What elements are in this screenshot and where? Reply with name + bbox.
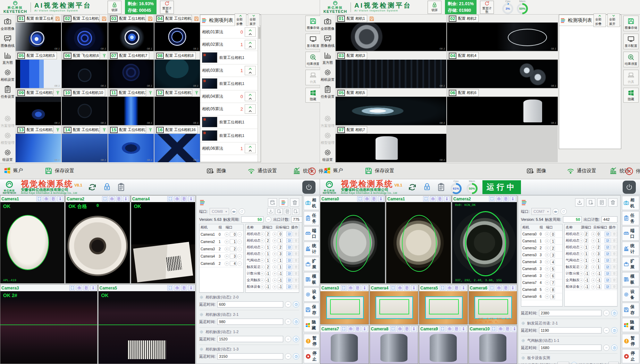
inc-button[interactable]: + xyxy=(225,232,229,237)
snapshot-icon-button[interactable] xyxy=(447,285,453,291)
add-doc-button[interactable] xyxy=(586,198,595,207)
inc-button[interactable]: + xyxy=(545,267,549,271)
inc-button[interactable]: + xyxy=(545,253,549,257)
expand-icon-button[interactable] xyxy=(36,196,42,201)
expand-icon-button[interactable] xyxy=(491,326,497,331)
delete-button[interactable] xyxy=(611,284,617,289)
camera-image[interactable]: 08.1 xyxy=(62,97,107,125)
delete-button[interactable] xyxy=(611,251,617,256)
expand-icon-button[interactable] xyxy=(440,285,446,291)
sidebar-item-image-curve[interactable]: 图像曲线 xyxy=(0,34,15,48)
inc-button[interactable]: + xyxy=(260,285,264,289)
edit-button[interactable] xyxy=(605,265,610,269)
camera-image[interactable]: 08.1 xyxy=(336,97,446,125)
configure-camera-button[interactable]: 03配置 相机3 xyxy=(336,52,367,59)
info-button[interactable] xyxy=(611,327,617,333)
save-settings-button[interactable]: 保存设置 xyxy=(364,167,394,175)
inc-button[interactable]: + xyxy=(545,294,549,299)
field-value-input[interactable]: 1520 xyxy=(217,336,283,342)
inc-button[interactable]: + xyxy=(272,232,277,236)
camera-image[interactable]: 08.1 xyxy=(154,97,200,125)
sidebar-item-plan-manage[interactable]: 方案管理 xyxy=(0,114,15,128)
inc-button[interactable]: + xyxy=(272,278,277,283)
camera-image[interactable]: OK APL.419 xyxy=(0,202,64,283)
configure-camera-button[interactable]: 15配置 工位6相机15 xyxy=(109,126,146,133)
configure-camera-button[interactable]: 09配置 工位4相机9 xyxy=(16,89,53,96)
field-value-input[interactable]: 1680 xyxy=(539,345,601,351)
sidebar-item-model-manage[interactable]: 模型管理 xyxy=(320,131,335,145)
dec-button[interactable]: − xyxy=(237,261,242,266)
expand-collapse-button[interactable] xyxy=(245,92,256,101)
detection-thumb-item[interactable]: 前置工位相机1 xyxy=(200,77,258,90)
inc-button[interactable]: + xyxy=(225,261,229,266)
image-button[interactable]: 图像 xyxy=(206,167,226,175)
camera-image[interactable]: 08.1 xyxy=(62,60,107,88)
inc-button[interactable]: + xyxy=(272,285,277,289)
configure-camera-button[interactable]: 02配置 相机2 xyxy=(448,15,479,22)
list-icon-button[interactable] xyxy=(83,285,89,291)
port-refresh-button[interactable] xyxy=(561,208,567,215)
snapshot-icon-button[interactable] xyxy=(447,326,453,331)
port-toggle-button[interactable]: ◂▸ xyxy=(553,208,559,215)
snapshot-icon-button[interactable] xyxy=(498,326,504,331)
expand-icon-button[interactable] xyxy=(69,285,75,291)
display-config-button[interactable]: 显示配置 xyxy=(305,34,321,49)
detection-thumb-item[interactable]: 前置工位相机1 xyxy=(200,115,258,129)
camera-image[interactable]: 0x0: KCN_OK 337, 292, 2.40, 3.80, 151 xyxy=(452,202,517,283)
dec-button[interactable]: − xyxy=(237,240,242,244)
snapshot-icon-button[interactable] xyxy=(496,285,502,291)
camera-image[interactable]: 08.1 xyxy=(447,60,558,88)
camera-image[interactable]: 08.1 xyxy=(16,23,61,51)
configure-camera-button[interactable]: 10配置 工位4相机10 xyxy=(62,89,105,96)
inc-button[interactable]: + xyxy=(545,232,549,236)
configure-camera-button[interactable]: 02配置 工位1相机2 xyxy=(62,15,99,22)
edit-button[interactable] xyxy=(286,232,292,236)
configure-camera-button[interactable]: 01配置 前置工位相机1 xyxy=(16,15,53,22)
sidebar-item-all-images[interactable]: 全部图像 xyxy=(320,17,335,31)
delete-button[interactable] xyxy=(611,245,617,250)
stop-button[interactable]: 停止 xyxy=(622,349,639,363)
inc-button[interactable]: + xyxy=(579,239,583,243)
adjust-icon-button[interactable] xyxy=(510,196,516,201)
sidebar-item-plan-manage[interactable]: 方案管理 xyxy=(320,114,335,128)
detection-item[interactable]: 相机02算法 1 xyxy=(200,38,258,51)
configure-camera-button[interactable]: 08配置 工位4相机8 xyxy=(155,52,196,59)
edit-button[interactable] xyxy=(286,271,292,276)
camera-image[interactable]: 08.1 xyxy=(16,60,61,88)
reset-count-button[interactable]: 重置计数 xyxy=(480,1,494,14)
expand-all-button[interactable]: 全部展开 xyxy=(248,14,260,27)
list-icon-button[interactable] xyxy=(404,285,410,291)
sidebar-item-group-settings[interactable]: 组设置 xyxy=(320,148,335,162)
expand-icon-button[interactable] xyxy=(167,285,173,291)
list-icon-button[interactable] xyxy=(116,196,122,201)
inc-button[interactable]: + xyxy=(260,265,264,269)
display-config-button[interactable]: 显示配置 xyxy=(623,34,639,49)
configure-camera-button[interactable]: 07配置 相机7 xyxy=(336,126,367,133)
inc-button[interactable]: + xyxy=(591,232,596,236)
camera-image[interactable]: 08.1 xyxy=(108,97,154,125)
tab-device[interactable]: 设备 xyxy=(304,287,319,302)
hide-button[interactable]: 隐藏 xyxy=(623,88,639,103)
inc-button[interactable]: + xyxy=(260,232,264,236)
adjust-icon-button[interactable] xyxy=(512,326,517,331)
delete-button[interactable] xyxy=(293,251,299,256)
delete-button[interactable] xyxy=(293,258,299,263)
tab-hide[interactable]: 隐藏 xyxy=(622,318,639,332)
camera-image[interactable]: 08.1 xyxy=(62,23,107,51)
collapse-all-button[interactable]: 全部折叠 xyxy=(593,14,606,27)
delete-button[interactable] xyxy=(293,265,299,269)
adjust-icon-button[interactable] xyxy=(461,285,466,291)
inc-button[interactable]: + xyxy=(591,265,596,269)
snapshot-icon-button[interactable] xyxy=(397,326,403,331)
sync-icon-button[interactable] xyxy=(407,182,418,192)
expand-collapse-button[interactable] xyxy=(245,144,256,153)
adjust-icon-button[interactable] xyxy=(444,196,450,201)
doc-button[interactable] xyxy=(597,198,606,207)
tab-port[interactable]: 端口 xyxy=(622,226,639,241)
info-button[interactable] xyxy=(293,319,299,325)
stop-button[interactable]: 停止 xyxy=(625,167,640,176)
detection-thumb-item[interactable]: 前置工位相机1 xyxy=(200,51,258,64)
adjust-icon-button[interactable] xyxy=(411,285,417,291)
remove-doc-button[interactable] xyxy=(292,208,299,215)
stop-button[interactable]: 停止 xyxy=(304,349,319,363)
